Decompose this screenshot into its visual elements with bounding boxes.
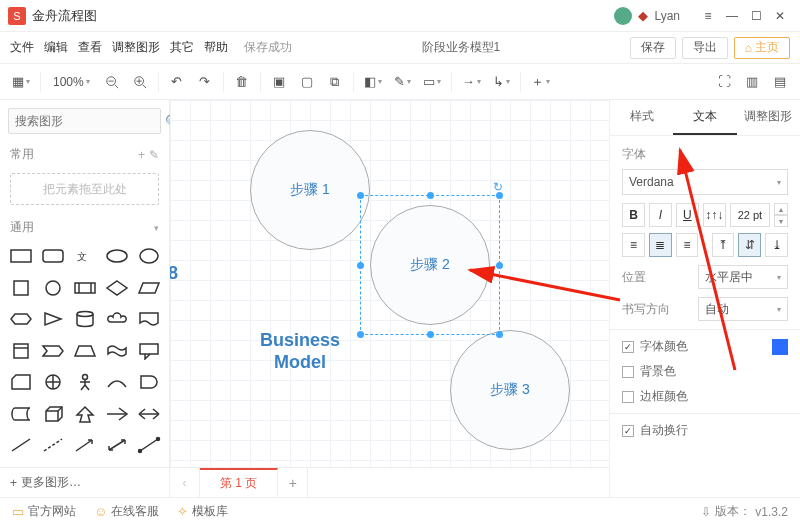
shape-tape[interactable] [102,339,132,363]
edit-fav-icon[interactable]: ✎ [149,148,159,162]
format-panel-icon[interactable]: ▤ [770,70,790,94]
avatar[interactable] [614,7,632,25]
font-color-swatch[interactable] [772,339,788,355]
drop-zone[interactable]: 把元素拖至此处 [10,173,159,205]
connector-icon[interactable]: →▾ [460,70,483,94]
selection-box[interactable]: ↻ [360,195,500,335]
more-shapes[interactable]: +更多图形… [0,467,169,497]
menu-more-icon[interactable]: ≡ [696,4,720,28]
to-back-icon[interactable]: ▢ [297,70,317,94]
minimize-icon[interactable]: — [720,4,744,28]
page-tab-1[interactable]: 第 1 页 [200,468,278,497]
rotate-handle[interactable]: ↻ [493,180,505,192]
position-select[interactable]: 水平居中▾ [698,265,788,289]
shape-diamond[interactable] [102,276,132,300]
direction-select[interactable]: 自动▾ [698,297,788,321]
tab-text[interactable]: 文本 [673,100,736,135]
valign-top-button[interactable]: ⤒ [712,233,735,257]
zoom-value[interactable]: 100%▾ [49,75,94,89]
zoom-out-icon[interactable] [102,70,122,94]
resize-handle-s[interactable] [427,331,434,338]
valign-bottom-button[interactable]: ⤓ [765,233,788,257]
bg-color-row[interactable]: 背景色 [622,363,788,380]
menu-other[interactable]: 其它 [170,39,194,56]
collapse-icon[interactable]: ▾ [154,223,159,233]
close-icon[interactable]: ✕ [768,4,792,28]
shape-card[interactable] [6,370,36,394]
shape-arrow-right[interactable] [102,402,132,426]
bg-color-checkbox[interactable] [622,366,634,378]
add-page-button[interactable]: + [278,468,308,497]
status-support[interactable]: ☺在线客服 [94,503,159,520]
node-business-model[interactable]: BusinessModel [260,330,340,373]
menu-edit[interactable]: 编辑 [44,39,68,56]
auto-wrap-row[interactable]: ✓ 自动换行 [622,422,788,439]
shape-step[interactable] [38,339,68,363]
resize-handle-ne[interactable] [496,192,503,199]
line-spacing-button[interactable]: ↕↑↓ [703,203,726,227]
fullscreen-icon[interactable]: ⛶ [714,70,734,94]
menu-adjust[interactable]: 调整图形 [112,39,160,56]
delete-icon[interactable]: 🗑 [232,70,252,94]
font-size-down[interactable]: ▾ [774,215,788,227]
italic-button[interactable]: I [649,203,672,227]
shape-storage[interactable] [6,402,36,426]
shape-arrow-up[interactable] [70,402,100,426]
add-icon[interactable]: ＋▾ [529,70,552,94]
valign-middle-button[interactable]: ⇵ [738,233,761,257]
home-button[interactable]: ⌂主页 [734,37,790,59]
shape-text[interactable]: 文 [70,244,100,268]
shape-ellipse[interactable] [102,244,132,268]
node-step3[interactable]: 步骤 3 [450,330,570,450]
auto-wrap-checkbox[interactable]: ✓ [622,425,634,437]
shape-cloud[interactable] [102,307,132,331]
shape-or[interactable] [38,370,68,394]
shape-arrow-bi[interactable] [134,402,164,426]
save-button[interactable]: 保存 [630,37,676,59]
maximize-icon[interactable]: ☐ [744,4,768,28]
align-center-button[interactable]: ≣ [649,233,672,257]
bold-button[interactable]: B [622,203,645,227]
to-front-icon[interactable]: ▣ [269,70,289,94]
fill-color-icon[interactable]: ◧▾ [362,70,384,94]
shape-doc[interactable] [134,307,164,331]
zoom-in-icon[interactable] [130,70,150,94]
font-size-field[interactable]: 22 pt [730,203,770,227]
waypoint-icon[interactable]: ↳▾ [491,70,512,94]
shape-ellipse2[interactable] [134,244,164,268]
add-fav-icon[interactable]: + [138,148,145,162]
shape-actor[interactable] [70,370,100,394]
shadow-icon[interactable]: ▭▾ [421,70,443,94]
shape-data[interactable] [6,339,36,363]
shape-line[interactable] [6,433,36,457]
resize-handle-n[interactable] [427,192,434,199]
font-family-select[interactable]: Verdana▾ [622,169,788,195]
resize-handle-se[interactable] [496,331,503,338]
line-color-icon[interactable]: ✎▾ [392,70,413,94]
menu-file[interactable]: 文件 [10,39,34,56]
shape-process[interactable] [70,276,100,300]
search-input[interactable] [15,114,165,128]
shape-curve[interactable] [102,370,132,394]
underline-button[interactable]: U [676,203,699,227]
node-step1[interactable]: 步骤 1 [250,130,370,250]
shape-cylinder[interactable] [70,307,100,331]
redo-icon[interactable]: ↷ [195,70,215,94]
category-general[interactable]: 通用 ▾ [0,215,169,240]
search-box[interactable]: 🔍 [8,108,161,134]
menu-help[interactable]: 帮助 [204,39,228,56]
font-color-row[interactable]: ✓ 字体颜色 [622,338,788,355]
outline-icon[interactable]: ▥ [742,70,762,94]
category-common[interactable]: 常用 +✎ [0,142,169,167]
shape-cube[interactable] [38,402,68,426]
shape-square[interactable] [6,276,36,300]
resize-handle-sw[interactable] [357,331,364,338]
shape-parallelogram[interactable] [134,276,164,300]
resize-handle-e[interactable] [496,262,503,269]
export-button[interactable]: 导出 [682,37,728,59]
layer-icon[interactable]: ⧉ [325,70,345,94]
resize-handle-w[interactable] [357,262,364,269]
shape-circle[interactable] [38,276,68,300]
shape-hexagon[interactable] [6,307,36,331]
undo-icon[interactable]: ↶ [167,70,187,94]
